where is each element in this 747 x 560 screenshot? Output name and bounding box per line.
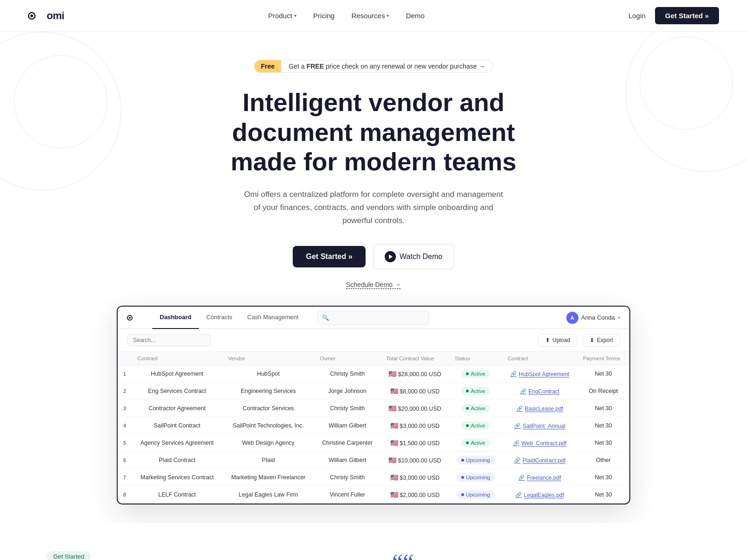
paperclip-icon: 🔗 xyxy=(510,371,517,377)
row-vendor: Engineering Services xyxy=(222,383,314,400)
status-badge: Active xyxy=(461,421,490,430)
nav-link-demo[interactable]: Demo xyxy=(406,12,424,20)
row-contract-name: Plaid Contract xyxy=(132,452,222,469)
status-dot-icon xyxy=(466,424,469,427)
status-dot-icon xyxy=(461,459,464,462)
table-row[interactable]: 8 LELF Contract Legal Eagles Law Firm Vi… xyxy=(118,486,629,504)
row-status: Active xyxy=(449,434,502,452)
nav-item-product[interactable]: Product ▾ xyxy=(268,12,296,20)
status-badge: Upcoming xyxy=(457,490,495,499)
row-file[interactable]: 🔗 PlaidContract.pdf xyxy=(502,452,578,469)
contract-file-link[interactable]: 🔗 PlaidContract.pdf xyxy=(514,457,565,464)
nav-actions: Login Get Started » xyxy=(628,7,719,24)
row-file[interactable]: 🔗 HubSpot Agreement xyxy=(502,365,578,383)
row-status: Active xyxy=(449,383,502,400)
row-vendor: Contractor Services xyxy=(222,400,314,417)
row-value: 🇺🇸 $8,000.00 USD xyxy=(381,383,449,400)
row-contract-name: Marketing Services Contract xyxy=(132,469,222,486)
row-value: 🇺🇸 $10,000.00 USD xyxy=(381,452,449,469)
table-row[interactable]: 2 Eng Services Contract Engineering Serv… xyxy=(118,383,629,400)
row-contract-name: Contractor Agreement xyxy=(132,400,222,417)
status-dot-icon xyxy=(466,372,469,375)
flag-icon: 🇺🇸 xyxy=(390,439,398,447)
row-status: Upcoming xyxy=(449,452,502,469)
login-button[interactable]: Login xyxy=(628,12,646,20)
app-topbar-search[interactable]: 🔍 xyxy=(317,311,429,325)
nav-item-pricing[interactable]: Pricing xyxy=(313,12,335,20)
table-row[interactable]: 1 HubSpot Agreement HubSpot Christy Smit… xyxy=(118,365,629,383)
bottom-tag: Get Started xyxy=(47,551,91,560)
user-name: Anna Conda xyxy=(581,314,615,321)
watch-demo-button[interactable]: Watch Demo xyxy=(373,244,454,269)
nav-link-pricing[interactable]: Pricing xyxy=(313,12,335,20)
table-row[interactable]: 4 SailPoint Contract SailPoint Technolog… xyxy=(118,417,629,434)
table-search-input[interactable] xyxy=(127,334,211,346)
paperclip-icon: 🔗 xyxy=(516,406,523,412)
row-payment-terms: Net 30 xyxy=(578,417,629,434)
table-row[interactable]: 5 Agency Services Agreement Web Design A… xyxy=(118,434,629,452)
schedule-demo-link[interactable]: Schedule Demo → xyxy=(346,281,401,288)
chevron-down-icon: ▾ xyxy=(618,315,620,320)
row-owner: William Gilbert xyxy=(314,452,381,469)
bottom-section: Get Started Level up your contract and v… xyxy=(0,523,747,560)
contract-file-link[interactable]: 🔗 SailPoint_Annual xyxy=(514,423,565,429)
status-dot-icon xyxy=(461,493,464,496)
table-row[interactable]: 3 Contractor Agreement Contractor Servic… xyxy=(118,400,629,417)
export-button[interactable]: ⬇ Export xyxy=(583,334,620,347)
row-payment-terms: Net 30 xyxy=(578,400,629,417)
row-file[interactable]: 🔗 SailPoint_Annual xyxy=(502,417,578,434)
row-owner: William Gilbert xyxy=(314,417,381,434)
nav-item-resources[interactable]: Resources ▾ xyxy=(352,12,389,20)
row-vendor: Marketing Maven Freelancer xyxy=(222,469,314,486)
bottom-right: ““ Omi makes it easy to keep track of ou… xyxy=(392,551,700,560)
row-owner: Vincent Fuller xyxy=(314,486,381,504)
flag-icon: 🇺🇸 xyxy=(388,456,396,464)
row-file[interactable]: 🔗 BasicLease.pdf xyxy=(502,400,578,417)
app-screenshot: Dashboard Contracts Cash Management 🔍 A … xyxy=(117,306,630,504)
contract-file-link[interactable]: 🔗 Freelance.pdf xyxy=(518,475,561,481)
contract-file-link[interactable]: 🔗 EngContract xyxy=(520,388,560,395)
get-started-nav-button[interactable]: Get Started » xyxy=(655,7,719,24)
upload-button[interactable]: ⬆ Upload xyxy=(538,334,577,347)
badge-message: Get a FREE price check on any renewal or… xyxy=(281,60,493,72)
table-row[interactable]: 7 Marketing Services Contract Marketing … xyxy=(118,469,629,486)
status-badge: Active xyxy=(461,370,490,378)
contract-file-link[interactable]: 🔗 HubSpot Agreement xyxy=(510,371,569,378)
row-owner: Christy Smith xyxy=(314,469,381,486)
row-value: 🇺🇸 $20,000.00 USD xyxy=(381,400,449,417)
row-contract-name: Agency Services Agreement xyxy=(132,434,222,452)
col-owner: Owner xyxy=(314,352,381,365)
col-contract: Contract xyxy=(132,352,222,365)
status-badge: Active xyxy=(461,404,490,413)
nav-link-product[interactable]: Product ▾ xyxy=(268,12,296,20)
svg-point-3 xyxy=(129,317,131,319)
row-number: 5 xyxy=(118,434,132,452)
app-tab-cash-management[interactable]: Cash Management xyxy=(240,307,306,329)
paperclip-icon: 🔗 xyxy=(518,475,525,481)
row-file[interactable]: 🔗 EngContract xyxy=(502,383,578,400)
play-icon xyxy=(385,251,396,262)
row-number: 7 xyxy=(118,469,132,486)
contract-file-link[interactable]: 🔗 Web_Contract.pdf xyxy=(513,440,567,447)
app-user-area: A Anna Conda ▾ xyxy=(566,312,620,324)
contract-file-link[interactable]: 🔗 BasicLease.pdf xyxy=(516,406,563,412)
flag-icon: 🇺🇸 xyxy=(390,491,398,498)
promo-badge[interactable]: Free Get a FREE price check on any renew… xyxy=(254,60,493,73)
bottom-left: Get Started Level up your contract and v… xyxy=(47,551,355,560)
table-row[interactable]: 6 Plaid Contract Plaid William Gilbert 🇺… xyxy=(118,452,629,469)
logo[interactable]: omi xyxy=(28,8,64,23)
row-file[interactable]: 🔗 Web_Contract.pdf xyxy=(502,434,578,452)
nav-link-resources[interactable]: Resources ▾ xyxy=(352,12,389,20)
status-dot-icon xyxy=(466,407,469,410)
get-started-hero-button[interactable]: Get Started » xyxy=(293,246,366,267)
row-contract-name: Eng Services Contract xyxy=(132,383,222,400)
row-vendor: Plaid xyxy=(222,452,314,469)
row-value: 🇺🇸 $3,000.00 USD xyxy=(381,417,449,434)
row-file[interactable]: 🔗 Freelance.pdf xyxy=(502,469,578,486)
contract-file-link[interactable]: 🔗 LegalEagles.pdf xyxy=(515,492,564,498)
nav-item-demo[interactable]: Demo xyxy=(406,12,424,20)
row-file[interactable]: 🔗 LegalEagles.pdf xyxy=(502,486,578,504)
svg-point-1 xyxy=(30,14,33,17)
app-tab-dashboard[interactable]: Dashboard xyxy=(152,307,199,329)
app-tab-contracts[interactable]: Contracts xyxy=(199,307,240,329)
